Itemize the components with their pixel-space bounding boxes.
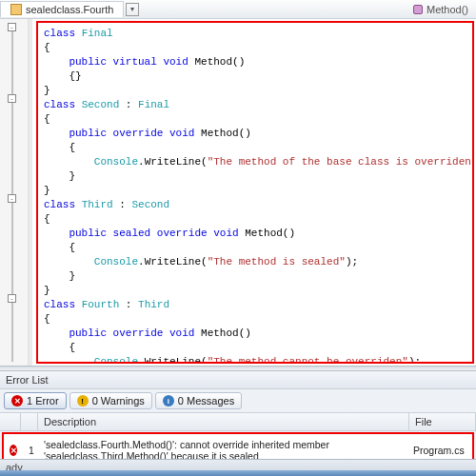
outline-line bbox=[11, 23, 13, 362]
member-crumb[interactable]: Method() bbox=[406, 2, 476, 17]
error-filter-tabs: ✕ 1 Error ! 0 Warnings i 0 Messages bbox=[0, 389, 476, 412]
fold-icon[interactable]: - bbox=[8, 94, 16, 103]
error-icon: ✕ bbox=[10, 445, 17, 456]
col-description[interactable]: Description bbox=[38, 413, 409, 430]
editor-margin bbox=[29, 19, 32, 366]
warning-icon: ! bbox=[77, 395, 89, 407]
error-list-header: Description File bbox=[0, 412, 476, 431]
taskbar bbox=[0, 470, 476, 476]
fold-icon[interactable]: - bbox=[8, 294, 16, 303]
error-list-panel: Error List ✕ 1 Error ! 0 Warnings i 0 Me… bbox=[0, 371, 476, 468]
col-icon[interactable] bbox=[0, 413, 21, 430]
warnings-count: 0 Warnings bbox=[92, 395, 145, 407]
tab-dropdown-icon[interactable]: ▾ bbox=[126, 3, 139, 16]
tab-label: sealedclass.Fourth bbox=[26, 4, 113, 15]
crumb-label: Method() bbox=[426, 4, 468, 15]
col-file[interactable]: File bbox=[409, 413, 476, 430]
error-file: Program.cs bbox=[407, 440, 472, 461]
warnings-filter-tab[interactable]: ! 0 Warnings bbox=[69, 392, 152, 409]
code-area[interactable]: class Final { public virtual void Method… bbox=[36, 21, 474, 364]
fold-icon[interactable]: - bbox=[8, 194, 16, 203]
error-number: 1 bbox=[23, 440, 38, 461]
error-list-title: Error List bbox=[0, 371, 476, 389]
info-icon: i bbox=[163, 395, 174, 407]
messages-filter-tab[interactable]: i 0 Messages bbox=[155, 392, 242, 409]
document-tab[interactable]: sealedclass.Fourth bbox=[0, 1, 124, 17]
errors-count: 1 Error bbox=[27, 395, 59, 407]
error-icon: ✕ bbox=[11, 395, 23, 407]
code-editor[interactable]: - - - - class Final { public virtual voi… bbox=[0, 19, 476, 366]
errors-filter-tab[interactable]: ✕ 1 Error bbox=[4, 392, 67, 409]
method-icon bbox=[413, 5, 423, 14]
messages-count: 0 Messages bbox=[178, 395, 234, 407]
csharp-file-icon bbox=[10, 4, 22, 15]
editor-gutter: - - - - bbox=[0, 19, 29, 366]
fold-icon[interactable]: - bbox=[8, 23, 16, 31]
document-tabbar: sealedclass.Fourth ▾ Method() bbox=[0, 0, 476, 19]
col-num[interactable] bbox=[21, 413, 38, 430]
